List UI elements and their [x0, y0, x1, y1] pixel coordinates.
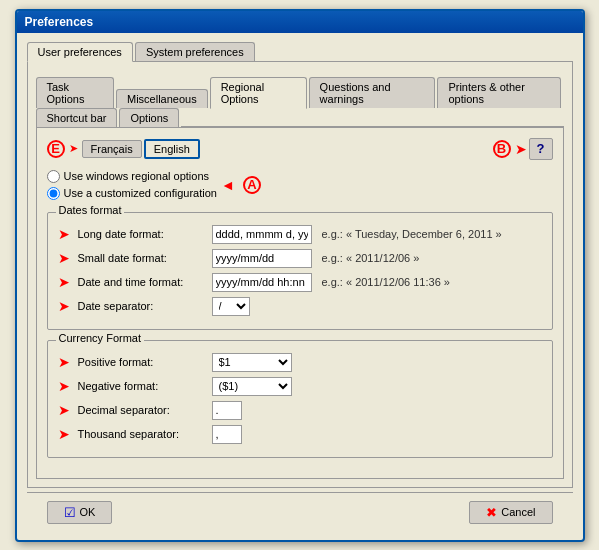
- tab-shortcut-bar[interactable]: Shortcut bar: [36, 108, 118, 127]
- dialog-title: Preferences: [25, 15, 94, 29]
- separator-row: ➤ Date separator: / - .: [58, 297, 542, 316]
- currency-format-fieldset: Currency Format ➤ Positive format: $1: [47, 340, 553, 458]
- negative-format-row: ➤ Negative format: ($1) -$1: [58, 377, 542, 396]
- arrow-d-3-wrap: ➤: [58, 402, 74, 418]
- cancel-label: Cancel: [501, 506, 535, 518]
- arrow-d-1-wrap: ➤: [58, 354, 74, 370]
- annotation-a: A: [243, 176, 261, 194]
- tab-miscellaneous[interactable]: Miscellaneous: [116, 89, 208, 108]
- radio-windows-label: Use windows regional options: [64, 170, 210, 182]
- long-date-row: ➤ Long date format: e.g.: « Tuesday, Dec…: [58, 225, 542, 244]
- long-date-label-wrap: Long date format:: [78, 228, 208, 240]
- tab-row-1: User preferences System preferences: [27, 41, 573, 61]
- thousand-sep-label: Thousand separator:: [78, 428, 180, 440]
- negative-label-wrap: Negative format:: [78, 380, 208, 392]
- datetime-label-wrap: Date and time format:: [78, 276, 208, 288]
- annotation-b: B: [493, 140, 511, 158]
- tab-row-2: Task Options Miscellaneous Regional Opti…: [36, 76, 564, 108]
- small-date-input[interactable]: [212, 249, 312, 268]
- cancel-x-icon: ✖: [486, 505, 497, 520]
- arrow-d-2-wrap: ➤: [58, 378, 74, 394]
- decimal-sep-label-wrap: Decimal separator:: [78, 404, 208, 416]
- datetime-example: e.g.: « 2011/12/06 11:36 »: [322, 276, 450, 288]
- bottom-bar: ☑ OK ✖ Cancel: [27, 492, 573, 532]
- separator-select[interactable]: / - .: [212, 297, 250, 316]
- arrow-a: ◄: [221, 177, 235, 193]
- negative-select[interactable]: ($1) -$1: [212, 377, 292, 396]
- annotation-c-dt: ➤: [58, 274, 74, 290]
- annotation-c-long: ➤: [58, 226, 74, 242]
- radio-section: Use windows regional options Use a custo…: [47, 170, 553, 200]
- small-date-label: Small date format:: [78, 252, 167, 264]
- arrow-d-4-wrap: ➤: [58, 426, 74, 442]
- positive-label: Positive format:: [78, 356, 154, 368]
- regional-options-content: E ➤ Français English B ➤ ?: [36, 127, 564, 479]
- help-section: B ➤ ?: [493, 138, 553, 160]
- separator-label-wrap: Date separator:: [78, 300, 208, 312]
- arrow-c-2: ➤: [58, 250, 70, 266]
- small-date-row: ➤ Small date format: e.g.: « 2011/12/06 …: [58, 249, 542, 268]
- decimal-sep-row: ➤ Decimal separator:: [58, 401, 542, 420]
- annotation-e: E: [47, 140, 65, 158]
- arrow-d-4: ➤: [58, 426, 70, 442]
- btn-english[interactable]: English: [144, 139, 200, 159]
- arrow-c-1: ➤: [58, 226, 70, 242]
- arrow-d-1: ➤: [58, 354, 70, 370]
- decimal-sep-label: Decimal separator:: [78, 404, 170, 416]
- lang-section: E ➤ Français English: [47, 139, 202, 159]
- thousand-sep-label-wrap: Thousand separator:: [78, 428, 208, 440]
- tab-printers-other[interactable]: Printers & other options: [437, 77, 561, 108]
- dates-format-legend: Dates format: [56, 204, 125, 216]
- radio-custom-label: Use a customized configuration: [64, 187, 217, 199]
- radio-group: Use windows regional options Use a custo…: [47, 170, 217, 200]
- ok-check-icon: ☑: [64, 505, 76, 520]
- positive-select[interactable]: $1 1$: [212, 353, 292, 372]
- arrow-b: ➤: [515, 141, 527, 157]
- tab-system-preferences[interactable]: System preferences: [135, 42, 255, 61]
- dates-format-inner: ➤ Long date format: e.g.: « Tuesday, Dec…: [58, 225, 542, 316]
- long-date-input[interactable]: [212, 225, 312, 244]
- arrow-c-4: ➤: [58, 298, 70, 314]
- tab-regional-options[interactable]: Regional Options: [210, 77, 307, 109]
- tab-user-preferences[interactable]: User preferences: [27, 42, 133, 62]
- positive-label-wrap: Positive format:: [78, 356, 208, 368]
- ok-label: OK: [80, 506, 96, 518]
- separator-label: Date separator:: [78, 300, 154, 312]
- tab-options[interactable]: Options: [119, 108, 179, 127]
- arrow-c-3: ➤: [58, 274, 70, 290]
- annotation-c-small: ➤: [58, 250, 74, 266]
- negative-label: Negative format:: [78, 380, 159, 392]
- thousand-sep-row: ➤ Thousand separator:: [58, 425, 542, 444]
- thousand-sep-input[interactable]: [212, 425, 242, 444]
- annotation-c-sep: ➤: [58, 298, 74, 314]
- datetime-label: Date and time format:: [78, 276, 184, 288]
- tab-task-options[interactable]: Task Options: [36, 77, 114, 108]
- datetime-input[interactable]: [212, 273, 312, 292]
- datetime-row: ➤ Date and time format: e.g.: « 2011/12/…: [58, 273, 542, 292]
- radio-custom[interactable]: Use a customized configuration: [47, 187, 217, 200]
- small-date-example: e.g.: « 2011/12/06 »: [322, 252, 420, 264]
- long-date-label: Long date format:: [78, 228, 164, 240]
- positive-format-row: ➤ Positive format: $1 1$: [58, 353, 542, 372]
- currency-format-inner: ➤ Positive format: $1 1$: [58, 353, 542, 444]
- dialog-body: User preferences System preferences Task…: [17, 33, 583, 540]
- radio-windows[interactable]: Use windows regional options: [47, 170, 217, 183]
- help-button[interactable]: ?: [529, 138, 553, 160]
- long-date-example: e.g.: « Tuesday, December 6, 2011 »: [322, 228, 502, 240]
- title-bar: Preferences: [17, 11, 583, 33]
- radio-windows-input[interactable]: [47, 170, 60, 183]
- ok-button[interactable]: ☑ OK: [47, 501, 113, 524]
- top-header-row: E ➤ Français English B ➤ ?: [47, 138, 553, 160]
- radio-custom-input[interactable]: [47, 187, 60, 200]
- arrow-e: ➤: [69, 142, 78, 155]
- currency-format-legend: Currency Format: [56, 332, 145, 344]
- cancel-button[interactable]: ✖ Cancel: [469, 501, 552, 524]
- tab-questions-warnings[interactable]: Questions and warnings: [309, 77, 436, 108]
- btn-francais[interactable]: Français: [82, 140, 142, 158]
- arrow-d-2: ➤: [58, 378, 70, 394]
- dates-format-fieldset: Dates format ➤ Long date format: e.g.: «: [47, 212, 553, 330]
- tab-content-outer: Task Options Miscellaneous Regional Opti…: [27, 61, 573, 488]
- preferences-dialog: Preferences User preferences System pref…: [15, 9, 585, 542]
- decimal-sep-input[interactable]: [212, 401, 242, 420]
- tab-row-2b: Shortcut bar Options: [36, 108, 564, 127]
